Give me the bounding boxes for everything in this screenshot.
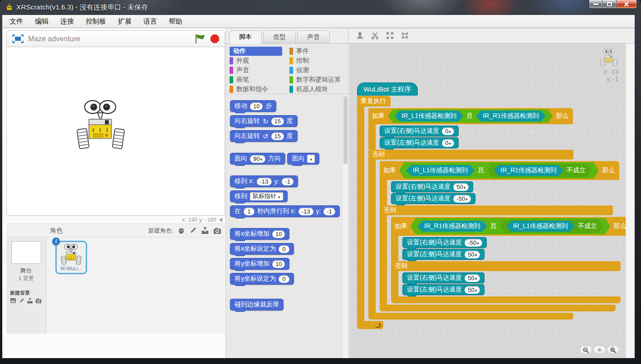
not-operator[interactable]: IR_L1传感器检测到 不成立 (500, 219, 603, 233)
speed-dropdown[interactable]: 50 (465, 251, 480, 258)
forever-block[interactable]: 重复执行 如果 IR_L1传感器检测到 且 IR_R1传感器检测到 (357, 96, 631, 329)
block-turn-right[interactable]: 向右旋转↻15度 (230, 115, 298, 127)
if3-else-divider[interactable]: 否则 (391, 261, 621, 271)
block-glide-to-xy[interactable]: 在1秒内滑行到 x:-13y:-1 (230, 205, 340, 217)
block-set-y[interactable]: 将y坐标设定为0 (230, 273, 294, 285)
stage-canvas[interactable] (6, 47, 225, 216)
y-input[interactable]: 0 (279, 275, 289, 283)
paintbrush-icon[interactable] (189, 227, 197, 234)
degrees-input[interactable]: 15 (271, 132, 284, 140)
block-bounce-on-edge[interactable]: 碰到边缘就反弹 (230, 299, 284, 311)
and-operator[interactable]: IR_L1传感器检测到 且 IR_R1传感器检测到 (388, 109, 553, 123)
degrees-input[interactable]: 15 (271, 117, 284, 125)
tab-sounds[interactable]: 声音 (297, 30, 330, 43)
block-set-x[interactable]: 将x坐标设定为0 (230, 243, 294, 255)
direction-dropdown[interactable]: 90 (250, 155, 265, 163)
if3-footer[interactable] (391, 296, 621, 303)
forever-header[interactable]: 重复执行 (357, 96, 391, 107)
speed-dropdown[interactable]: 50 (465, 286, 480, 294)
ir-l1-sensor-block[interactable]: IR_L1传感器检测到 (506, 221, 575, 232)
category-sound[interactable]: 声音 (230, 66, 282, 75)
set-right-motor-block[interactable]: 设置(右侧)马达速度0 (380, 126, 459, 136)
menu-item-extension[interactable]: 扩展 (118, 17, 132, 26)
y-input[interactable]: -1 (323, 208, 335, 215)
menu-item-board[interactable]: 控制板 (86, 17, 106, 26)
palette-scrollbar[interactable] (342, 95, 348, 358)
speed-dropdown[interactable]: 0 (442, 127, 454, 135)
if-else-block-2[interactable]: 如果 IR_L1传感器检测到 且 IR_R1传感器检测到 不成立 (380, 161, 631, 311)
category-motion[interactable]: 动作 (230, 47, 282, 56)
backdrop-library-icon[interactable] (10, 298, 16, 303)
menu-item-edit[interactable]: 编辑 (35, 17, 49, 26)
category-data[interactable]: 数据和指令 (230, 85, 282, 94)
script-stack[interactable]: WuLiBot 主程序 重复执行 如果 IR_L1传感器检测到 且 (357, 83, 631, 329)
block-goto-mouse[interactable]: 移到鼠标指针 (230, 190, 288, 202)
script-canvas[interactable]: x: -13 y: -1 WuLiBot 主程序 重复执行 如果 I (349, 44, 635, 358)
if2-footer[interactable] (380, 305, 616, 311)
if1-header[interactable]: 如果 IR_L1传感器检测到 且 IR_R1传感器检测到 那么 (368, 108, 573, 124)
block-move-steps[interactable]: 移动10步 (230, 100, 276, 112)
backdrop-upload-icon[interactable] (27, 298, 33, 304)
not-operator[interactable]: IR_R1传感器检测到 不成立 (487, 164, 592, 177)
category-looks[interactable]: 外观 (230, 56, 282, 65)
block-goto-xy[interactable]: 移到 x:-13y:-1 (230, 175, 298, 187)
shrink-sprite-icon[interactable] (401, 31, 409, 40)
ir-l1-sensor-block[interactable]: IR_L1传感器检测到 (395, 111, 463, 121)
green-flag-button[interactable] (194, 34, 206, 44)
category-sensing[interactable]: 侦测 (289, 66, 341, 75)
category-operators[interactable]: 数字和逻辑运算 (289, 75, 341, 84)
category-robot[interactable]: 机器人模块 (289, 85, 341, 94)
block-point-in-direction[interactable]: 面向90方向 (230, 153, 285, 165)
if-else-block-1[interactable]: 如果 IR_L1传感器检测到 且 IR_R1传感器检测到 那么 (368, 108, 631, 320)
x-input[interactable]: -13 (298, 208, 313, 215)
backdrop-camera-icon[interactable] (35, 298, 42, 304)
menu-item-help[interactable]: 帮助 (169, 17, 182, 26)
if1-footer[interactable] (368, 313, 573, 320)
sprite-library-icon[interactable] (177, 227, 185, 234)
goto-target-dropdown[interactable]: 鼠标指针 (250, 192, 283, 200)
zoom-out-button[interactable] (580, 346, 592, 354)
scissors-icon[interactable] (371, 31, 379, 40)
category-control[interactable]: 控制 (289, 56, 341, 65)
stamp-icon[interactable] (356, 31, 364, 40)
if2-header[interactable]: 如果 IR_L1传感器检测到 且 IR_R1传感器检测到 不成立 (380, 161, 619, 180)
script-vertical-scrollbar[interactable] (626, 44, 635, 358)
speed-dropdown[interactable]: -50 (453, 195, 470, 203)
x-input[interactable]: 0 (279, 245, 289, 253)
category-pen[interactable]: 画笔 (230, 75, 282, 84)
set-left-motor-block[interactable]: 设置(左侧)马达速度-50 (391, 193, 475, 204)
sprite-walle-on-stage[interactable] (74, 98, 127, 151)
stage-resize-arrow-icon[interactable] (219, 218, 222, 222)
camera-icon[interactable] (213, 227, 221, 234)
category-events[interactable]: 事件 (289, 47, 341, 56)
speed-dropdown[interactable]: -50 (465, 239, 482, 247)
if1-else-divider[interactable]: 否则 (368, 150, 573, 160)
set-right-motor-block[interactable]: 设置(右侧)马达速度50 (402, 272, 484, 283)
minimize-button[interactable] (589, 0, 602, 9)
dx-input[interactable]: 10 (272, 230, 285, 238)
speed-dropdown[interactable]: 50 (465, 274, 480, 282)
hat-block-main-program[interactable]: WuLiBot 主程序 (357, 83, 418, 96)
ir-l1-sensor-block[interactable]: IR_L1传感器检测到 (406, 165, 475, 176)
set-left-motor-block[interactable]: 设置(左侧)马达速度50 (402, 249, 484, 260)
block-change-y[interactable]: 将y坐标增加10 (230, 258, 289, 270)
block-point-towards[interactable]: 面向 (287, 153, 319, 165)
grow-sprite-icon[interactable] (386, 31, 394, 40)
title-bar[interactable]: XRScratch(v1.6.3) - 没有连接串口 - 未保存 (0, 0, 641, 15)
dy-input[interactable]: 10 (272, 260, 285, 268)
backdrop-paint-icon[interactable] (19, 298, 24, 304)
tab-scripts[interactable]: 脚本 (229, 30, 262, 44)
menu-item-language[interactable]: 语言 (143, 17, 157, 26)
if3-header[interactable]: 如果 IR_R1传感器检测到 且 IR_L1传感器检测到 (391, 217, 631, 236)
speed-dropdown[interactable]: 0 (442, 139, 454, 147)
sprite-info-badge[interactable]: i (52, 238, 60, 245)
block-turn-left[interactable]: 向左旋转↺15度 (230, 130, 298, 142)
zoom-reset-button[interactable]: = (593, 346, 606, 354)
palette-scrollbar-thumb[interactable] (343, 96, 347, 164)
stage-thumbnail[interactable] (11, 241, 41, 264)
and-operator[interactable]: IR_R1传感器检测到 且 IR_L1传感器检测到 不成立 (411, 218, 610, 234)
set-right-motor-block[interactable]: 设置(右侧)马达速度-50 (402, 237, 487, 248)
speed-dropdown[interactable]: 50 (453, 183, 469, 191)
set-right-motor-block[interactable]: 设置(右侧)马达速度50 (391, 181, 473, 192)
zoom-in-button[interactable] (607, 346, 619, 354)
